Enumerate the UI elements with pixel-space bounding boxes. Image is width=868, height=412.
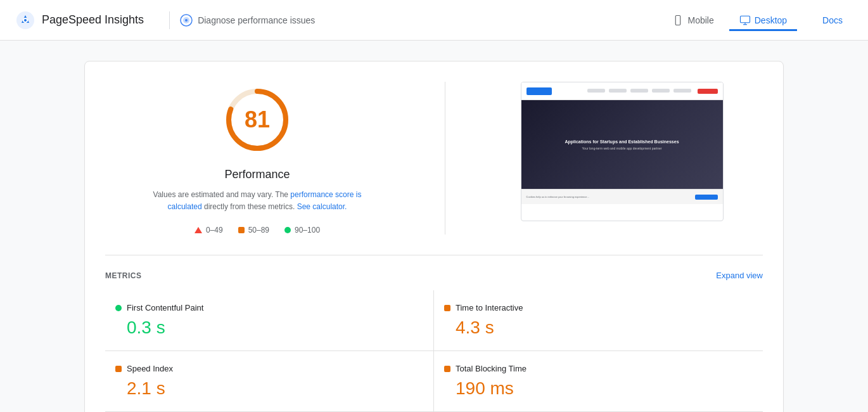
score-left: 81 Performance Values are estimated and …	[105, 82, 409, 235]
pagespeed-logo-icon	[15, 10, 35, 30]
screenshot-area: Applications for Startups and Establishe…	[481, 82, 763, 221]
mockup-nav-link	[609, 89, 627, 93]
desktop-label: Desktop	[755, 15, 787, 25]
score-number: 81	[245, 106, 270, 133]
svg-point-5	[185, 19, 188, 22]
metric-si-header: Speed Index	[115, 364, 423, 373]
legend-item-average: 50–89	[238, 226, 269, 235]
metric-fcp: First Contentful Paint 0.3 s	[105, 290, 434, 351]
metrics-header: METRICS Expand view	[105, 255, 763, 290]
mockup-hero: Applications for Startups and Establishe…	[521, 100, 723, 189]
score-label: Performance	[224, 168, 290, 181]
mockup-footer-text: Cookies help us to enhance your browsing…	[527, 195, 692, 198]
mockup-hero-sub: Your long-term web and mobile app develo…	[565, 146, 679, 150]
mockup-footer: Cookies help us to enhance your browsing…	[521, 189, 723, 204]
logo: PageSpeed Insights	[15, 10, 144, 30]
tti-name: Time to Interactive	[456, 303, 523, 312]
fail-icon	[195, 227, 202, 233]
mobile-label: Mobile	[687, 15, 713, 25]
metric-tti-header: Time to Interactive	[444, 303, 753, 312]
score-section: 81 Performance Values are estimated and …	[105, 82, 763, 255]
diagnose-text: Diagnose performance issues	[198, 15, 315, 25]
pass-icon	[284, 227, 291, 233]
legend-fail-label: 0–49	[206, 226, 223, 235]
legend-item-pass: 90–100	[284, 226, 320, 235]
docs-link[interactable]: Docs	[812, 10, 853, 30]
fcp-indicator	[115, 305, 122, 311]
svg-rect-6	[676, 15, 681, 25]
fcp-value: 0.3 s	[115, 318, 423, 338]
mockup-accept-btn	[695, 195, 718, 200]
metric-si: Speed Index 2.1 s	[105, 351, 434, 412]
mockup-nav-link	[652, 89, 670, 93]
si-value: 2.1 s	[115, 378, 423, 399]
metric-tbt: Total Blocking Time 190 ms	[434, 351, 763, 412]
fcp-name: First Contentful Paint	[127, 303, 203, 312]
svg-rect-8	[740, 16, 750, 23]
legend-item-fail: 0–49	[195, 226, 223, 235]
main-content: 81 Performance Values are estimated and …	[54, 41, 814, 412]
mockup-nav-link	[673, 89, 691, 93]
mockup-logo	[527, 87, 552, 95]
section-divider	[445, 82, 445, 235]
tti-indicator	[444, 305, 450, 311]
expand-view-button[interactable]: Expand view	[716, 271, 763, 280]
mobile-icon	[672, 15, 684, 26]
si-name: Speed Index	[127, 364, 173, 373]
metric-tti: Time to Interactive 4.3 s	[434, 290, 763, 351]
header: PageSpeed Insights Diagnose performance …	[0, 0, 868, 41]
results-card: 81 Performance Values are estimated and …	[84, 61, 784, 412]
website-screenshot: Applications for Startups and Establishe…	[521, 82, 724, 221]
mockup-nav-link	[630, 89, 648, 93]
diagnose-icon	[180, 14, 193, 27]
legend-pass-label: 90–100	[295, 226, 320, 235]
si-indicator	[115, 366, 122, 372]
metric-fcp-header: First Contentful Paint	[115, 303, 423, 312]
metrics-grid: First Contentful Paint 0.3 s Time to Int…	[105, 290, 763, 412]
calculator-link[interactable]: See calculator.	[297, 202, 347, 211]
metrics-title: METRICS	[105, 271, 142, 280]
device-switcher: Mobile Desktop Docs	[662, 10, 853, 31]
score-legend: 0–49 50–89 90–100	[195, 226, 320, 235]
legend-average-label: 50–89	[248, 226, 269, 235]
tbt-name: Total Blocking Time	[456, 364, 527, 373]
score-description: Values are estimated and may vary. The p…	[137, 189, 378, 213]
metric-tbt-header: Total Blocking Time	[444, 364, 753, 373]
tbt-indicator	[444, 366, 450, 372]
tbt-value: 190 ms	[444, 378, 753, 399]
mockup-nav-link	[587, 89, 605, 93]
brand-name: PageSpeed Insights	[42, 13, 144, 27]
svg-point-2	[24, 19, 27, 22]
mockup-nav	[521, 82, 723, 100]
desktop-button[interactable]: Desktop	[729, 10, 797, 31]
mockup-cta-btn	[698, 89, 718, 94]
mockup-nav-links	[587, 89, 718, 94]
mockup-hero-title: Applications for Startups and Establishe…	[565, 139, 679, 144]
tti-value: 4.3 s	[444, 318, 753, 338]
description-text: Values are estimated and may vary. The	[153, 190, 291, 199]
average-icon	[238, 227, 245, 233]
header-divider	[169, 11, 170, 29]
description-mid: directly from these metrics.	[202, 202, 297, 211]
mobile-button[interactable]: Mobile	[662, 10, 724, 31]
score-circle: 81	[219, 82, 295, 158]
desktop-icon	[739, 15, 751, 26]
diagnose-section: Diagnose performance issues	[180, 14, 315, 27]
